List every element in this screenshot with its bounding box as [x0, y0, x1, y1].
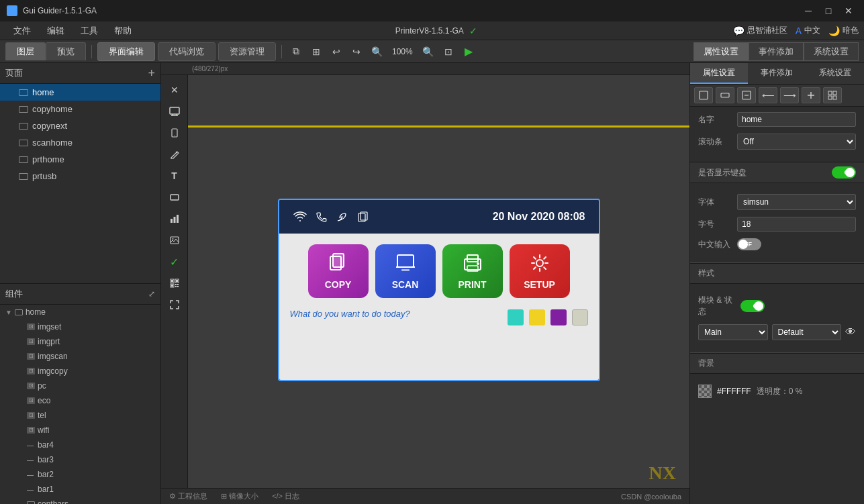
tool-close[interactable]: ✕ — [165, 81, 184, 99]
tab-code-browse[interactable]: 代码浏览 — [158, 42, 215, 61]
right-tab-system[interactable]: 系统设置 — [806, 63, 864, 84]
tool-screen[interactable] — [165, 102, 184, 121]
svg-rect-40 — [833, 91, 836, 95]
tree-imgset[interactable]: ⊡ imgset — [0, 319, 160, 334]
tree-item-label: imgprt — [38, 337, 60, 346]
tab-system[interactable]: 系统设置 — [804, 42, 859, 61]
page-item-scanhome[interactable]: scanhome — [0, 134, 160, 151]
fontsize-input[interactable] — [737, 217, 856, 232]
fit-btn[interactable]: ⊡ — [440, 43, 457, 60]
style-label: 样式 — [698, 268, 714, 278]
keyboard-toggle[interactable]: ON — [832, 166, 856, 179]
tree-contbars[interactable]: contbars — [0, 497, 160, 504]
copy-btn[interactable]: ⧉ — [287, 43, 305, 60]
tool-qr[interactable] — [165, 274, 184, 293]
menu-file[interactable]: 文件 — [5, 22, 39, 40]
menu-tools[interactable]: 工具 — [73, 22, 106, 40]
page-item-prtusb[interactable]: prtusb — [0, 168, 160, 185]
tool-rect[interactable] — [165, 188, 184, 207]
scroll-select[interactable]: Off On — [737, 134, 856, 150]
main-layout: 页面 + home copyhome copynext scanhome — [0, 63, 864, 504]
maximize-button[interactable]: □ — [820, 3, 837, 18]
tree-imgprt[interactable]: ⊡ imgprt — [0, 334, 160, 349]
font-select[interactable]: simsun — [737, 194, 856, 210]
tab-ui-edit[interactable]: 界面编辑 — [97, 42, 155, 61]
img-icon: ⊡ — [27, 383, 35, 389]
minimize-button[interactable]: ─ — [800, 3, 817, 18]
action-scan-btn[interactable]: SCAN — [375, 244, 436, 298]
svg-rect-17 — [175, 284, 177, 285]
close-button[interactable]: ✕ — [840, 3, 857, 18]
paste-btn[interactable]: ⊞ — [307, 43, 325, 60]
zoom-out-btn[interactable]: 🔍 — [368, 43, 385, 60]
state-toggle[interactable]: ON — [740, 300, 765, 312]
tool-pen[interactable] — [165, 145, 184, 164]
tree-bar4[interactable]: — bar4 — [0, 438, 160, 452]
community-badge[interactable]: 💬 思智浦社区 — [733, 25, 787, 36]
menu-edit[interactable]: 编辑 — [39, 22, 73, 40]
tree-pc[interactable]: ⊡ pc — [0, 379, 160, 393]
action-print-btn[interactable]: PRINT — [442, 244, 503, 298]
theme-badge[interactable]: 🌙 暗色 — [828, 25, 859, 36]
input-toggle[interactable]: OFF — [737, 238, 761, 250]
expand-icon[interactable]: ⤢ — [148, 289, 155, 299]
action-copy-btn[interactable]: COPY — [308, 244, 369, 298]
log-btn[interactable]: </> 日志 — [272, 491, 299, 501]
tool-fit[interactable] — [165, 295, 184, 314]
name-input[interactable] — [737, 112, 856, 127]
right-tab-properties[interactable]: 属性设置 — [690, 63, 748, 84]
tool-image[interactable] — [165, 231, 184, 250]
tree-bar1[interactable]: — bar1 — [0, 482, 160, 497]
prop-icon-4[interactable]: ⟵ — [759, 87, 777, 103]
tree-item-label: bar2 — [38, 470, 54, 479]
eye-btn[interactable]: 👁 — [845, 326, 856, 338]
tree-item-label: imgcopy — [38, 366, 68, 376]
action-setup-btn[interactable]: SETUP — [510, 244, 570, 298]
tool-check[interactable]: ✓ — [165, 252, 184, 271]
tab-events[interactable]: 事件添加 — [749, 42, 804, 61]
module-select[interactable]: Main — [698, 324, 768, 340]
tree-item-label: imgset — [38, 322, 61, 332]
tab-resources[interactable]: 资源管理 — [218, 42, 276, 61]
toolbar-sep-2 — [281, 45, 282, 58]
tab-properties[interactable]: 属性设置 — [693, 42, 749, 61]
tree-eco[interactable]: ⊡ eco — [0, 393, 160, 408]
pages-add-btn[interactable]: + — [148, 67, 155, 79]
prop-icon-5[interactable]: ⟶ — [780, 87, 799, 103]
prop-icon-2[interactable] — [716, 87, 734, 103]
tool-phone[interactable] — [165, 123, 184, 142]
tree-bar3[interactable]: — bar3 — [0, 452, 160, 467]
run-btn[interactable]: ▶ — [460, 43, 477, 60]
undo-btn[interactable]: ↩ — [328, 43, 345, 60]
prop-icon-3[interactable] — [737, 87, 756, 103]
tree-wifi[interactable]: ⊡ wifi — [0, 423, 160, 438]
tab-layers[interactable]: 图层 — [5, 42, 46, 60]
redo-btn[interactable]: ↪ — [348, 43, 365, 60]
tree-home[interactable]: ▼ home — [0, 305, 160, 319]
tool-chart[interactable] — [165, 209, 184, 228]
page-item-home[interactable]: home — [0, 84, 160, 101]
right-tab-events[interactable]: 事件添加 — [748, 63, 806, 84]
font-section: 字体 simsun 字号 中文输入 OFF — [690, 189, 864, 262]
device-header: 20 Nov 2020 08:08 — [279, 200, 599, 234]
tree-imgcopy[interactable]: ⊡ imgcopy — [0, 364, 160, 379]
prop-icon-1[interactable] — [694, 87, 713, 103]
tree-bar2[interactable]: — bar2 — [0, 467, 160, 482]
prop-icon-7[interactable] — [823, 87, 842, 103]
page-item-copyhome[interactable]: copyhome — [0, 101, 160, 117]
tab-preview[interactable]: 预览 — [46, 42, 86, 60]
pages-label: 页面 — [5, 67, 23, 79]
image-size-btn[interactable]: ⊞ 镜像大小 — [221, 491, 258, 501]
zoom-in-btn[interactable]: 🔍 — [420, 43, 437, 60]
page-item-prthome[interactable]: prthome — [0, 151, 160, 168]
tree-tel[interactable]: ⊡ tel — [0, 408, 160, 423]
prop-icon-6[interactable] — [802, 87, 820, 103]
project-info-btn[interactable]: ⚙ 工程信息 — [169, 491, 207, 501]
tool-text[interactable]: T — [165, 166, 184, 185]
state-select[interactable]: Default — [772, 324, 842, 340]
page-item-copynext[interactable]: copynext — [0, 117, 160, 134]
menu-help[interactable]: 帮助 — [106, 22, 140, 40]
language-badge[interactable]: A 中文 — [796, 25, 820, 36]
tree-imgscan[interactable]: ⊡ imgscan — [0, 349, 160, 364]
fontsize-label: 字号 — [698, 219, 732, 230]
